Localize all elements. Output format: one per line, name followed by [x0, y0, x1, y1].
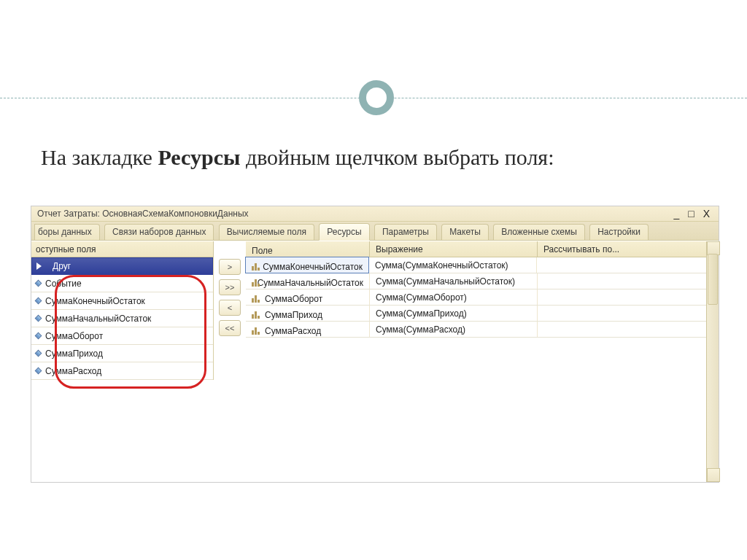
resources-grid: Поле Выражение Рассчитывать по... СуммаК… — [246, 241, 719, 482]
col-expr[interactable]: Выражение — [370, 241, 538, 257]
tab-calc-fields[interactable]: Вычисляемые поля — [219, 224, 314, 240]
vertical-scrollbar[interactable] — [706, 241, 719, 482]
cell-calc[interactable] — [538, 289, 719, 305]
available-field-label: СуммаКонечныйОстаток — [45, 296, 145, 306]
field-icon — [35, 350, 42, 357]
available-field-selected[interactable]: Друг — [31, 257, 213, 275]
available-field[interactable]: СуммаРасход — [31, 362, 213, 380]
tab-layouts[interactable]: Макеты — [441, 224, 489, 240]
cell-field: СуммаПриход — [265, 310, 322, 320]
move-left-button[interactable]: < — [219, 300, 241, 316]
move-right-button[interactable]: > — [219, 259, 241, 275]
screenshot-window: Отчет Затраты: ОсновнаяСхемаКомпоновкиДа… — [31, 206, 719, 483]
cell-expr[interactable]: Сумма(СуммаРасход) — [370, 322, 538, 337]
scrollbar-thumb[interactable] — [708, 254, 718, 305]
max-button[interactable]: □ — [688, 208, 697, 219]
cell-expr[interactable]: Сумма(СуммаОборот) — [370, 289, 538, 305]
cell-field: СуммаОборот — [265, 294, 322, 304]
grid-row[interactable]: СуммаРасход Сумма(СуммаРасход) — [246, 322, 719, 338]
move-all-right-button[interactable]: >> — [219, 279, 241, 295]
available-field-label: Друг — [53, 261, 71, 271]
cell-expr[interactable]: Сумма(СуммаПриход) — [370, 306, 538, 321]
available-field[interactable]: Событие — [31, 275, 213, 292]
grid-row[interactable]: СуммаКонечныйОстаток Сумма(СуммаКонечный… — [246, 257, 719, 273]
tab-parameters[interactable]: Параметры — [374, 224, 437, 240]
cell-calc[interactable] — [538, 322, 719, 337]
tab-datasets[interactable]: боры данных — [34, 224, 100, 240]
grid-row[interactable]: СуммаПриход Сумма(СуммаПриход) — [246, 306, 719, 322]
field-icon — [35, 368, 42, 375]
resource-icon — [252, 311, 260, 319]
available-fields-header: оступные поля — [31, 241, 214, 257]
cell-expr[interactable]: Сумма(СуммаКонечныйОстаток) — [369, 257, 537, 273]
available-field[interactable]: СуммаОборот — [31, 327, 213, 345]
tab-dataset-links[interactable]: Связи наборов данных — [104, 224, 214, 240]
tab-resources[interactable]: Ресурсы — [319, 223, 369, 241]
field-icon — [35, 280, 42, 287]
tab-nested-schemas[interactable]: Вложенные схемы — [493, 224, 585, 240]
cell-calc[interactable] — [538, 273, 719, 289]
field-icon — [35, 315, 42, 322]
window-title: Отчет Затраты: ОсновнаяСхемаКомпоновкиДа… — [37, 209, 249, 219]
window-titlebar[interactable]: Отчет Затраты: ОсновнаяСхемаКомпоновкиДа… — [31, 206, 719, 222]
divider-ornament — [0, 98, 747, 98]
slide: На закладке Ресурсы двойным щелчком выбр… — [0, 0, 747, 560]
selected-indicator-icon — [36, 261, 50, 271]
instruction-text: На закладке Ресурсы двойным щелчком выбр… — [41, 143, 706, 173]
cell-field: СуммаКонечныйОстаток — [263, 262, 363, 272]
grid-header: Поле Выражение Рассчитывать по... — [246, 241, 719, 257]
resource-icon — [252, 327, 260, 335]
available-field-label: СуммаРасход — [45, 366, 101, 376]
instruction-pre: На закладке — [41, 145, 158, 169]
instruction-post: двойным щелчком выбрать поля: — [240, 145, 554, 169]
move-all-left-button[interactable]: << — [219, 320, 241, 336]
cell-field: СуммаРасход — [265, 326, 321, 336]
tab-settings[interactable]: Настройки — [589, 224, 649, 240]
cell-calc[interactable] — [538, 306, 719, 321]
work-area: оступные поля Друг Событие СуммаКонечный… — [31, 241, 719, 482]
col-calc[interactable]: Рассчитывать по... — [538, 241, 719, 257]
halo-circle — [359, 80, 394, 115]
available-field-label: СуммаОборот — [45, 331, 103, 341]
available-fields-list[interactable]: Друг Событие СуммаКонечныйОстаток СуммаН… — [31, 257, 214, 380]
available-field-label: СуммаПриход — [45, 349, 103, 359]
field-icon — [35, 332, 42, 340]
window-controls: _ □ X — [674, 208, 713, 219]
available-field[interactable]: СуммаКонечныйОстаток — [31, 292, 213, 310]
close-button[interactable]: X — [703, 208, 713, 219]
resource-icon — [252, 279, 253, 287]
min-button[interactable]: _ — [674, 208, 683, 219]
available-field-label: Событие — [45, 279, 82, 289]
tab-strip: боры данных Связи наборов данных Вычисля… — [31, 222, 719, 241]
available-field-label: СуммаНачальныйОстаток — [45, 314, 151, 324]
available-fields-panel: оступные поля Друг Событие СуммаКонечный… — [31, 241, 214, 482]
resource-icon — [252, 263, 258, 271]
mover-buttons: > >> < << — [214, 241, 246, 482]
grid-row[interactable]: СуммаНачальныйОстаток Сумма(СуммаНачальн… — [246, 273, 719, 289]
resource-icon — [252, 295, 260, 303]
available-field[interactable]: СуммаНачальныйОстаток — [31, 310, 213, 327]
cell-expr[interactable]: Сумма(СуммаНачальныйОстаток) — [370, 273, 538, 289]
grid-row[interactable]: СуммаОборот Сумма(СуммаОборот) — [246, 289, 719, 306]
field-icon — [35, 298, 42, 305]
cell-field: СуммаНачальныйОстаток — [258, 278, 363, 288]
cell-calc[interactable] — [537, 257, 719, 273]
available-field[interactable]: СуммаПриход — [31, 345, 213, 362]
instruction-bold: Ресурсы — [158, 145, 240, 169]
col-field[interactable]: Поле — [246, 241, 370, 257]
